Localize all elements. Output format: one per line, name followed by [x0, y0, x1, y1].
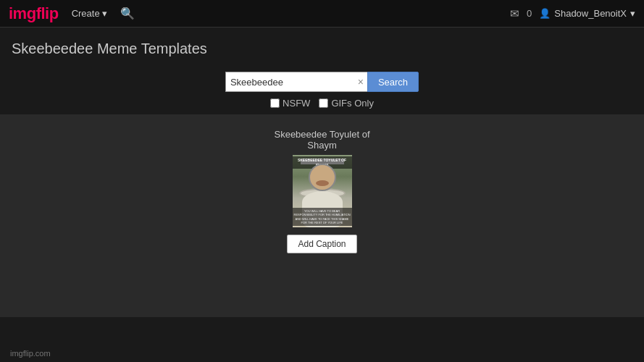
logo-suffix: flip [36, 4, 59, 22]
create-button[interactable]: Create ▾ [66, 5, 113, 22]
search-area: × Search NSFW GIFs Only [0, 64, 644, 114]
logo-prefix: img [9, 4, 36, 22]
nsfw-checkbox[interactable] [270, 98, 280, 108]
filter-row: NSFW GIFs Only [270, 98, 374, 109]
search-button[interactable]: Search [367, 72, 419, 92]
username-label: Shadow_BenoitX [554, 8, 627, 19]
page-title: Skeebeedee Meme Templates [12, 41, 632, 57]
footer: imgflip.com [0, 345, 61, 362]
mail-icon[interactable]: ✉ [510, 7, 519, 20]
meme-image: SKEEBEEDEE TOYULET OF SHAYM YOU WILL HAV… [293, 155, 352, 227]
search-nav-icon[interactable]: 🔍 [120, 7, 135, 20]
results-area: Skeebeedee Toyulet of Shaym SKEEBEEDEE T… [0, 114, 644, 317]
search-input-wrapper: × [225, 72, 367, 92]
gifs-only-label: GIFs Only [331, 98, 374, 109]
gifs-only-filter[interactable]: GIFs Only [319, 98, 374, 109]
create-chevron-icon: ▾ [102, 8, 107, 19]
notification-count: 0 [527, 8, 532, 19]
logo[interactable]: imgflip [9, 4, 59, 23]
user-menu-button[interactable]: 👤 Shadow_BenoitX ▾ [539, 8, 635, 19]
footer-text: imgflip.com [10, 349, 51, 358]
clear-icon[interactable]: × [358, 77, 364, 87]
meme-title: Skeebeedee Toyulet of Shaym [274, 129, 369, 151]
meme-bottom-text: YOU WILL HAVE TO BEAR RESPONSIBILITY FOR… [293, 208, 352, 226]
user-avatar-icon: 👤 [539, 8, 551, 19]
meme-thumbnail[interactable]: SKEEBEEDEE TOYULET OF SHAYM YOU WILL HAV… [293, 155, 352, 227]
user-chevron-icon: ▾ [630, 8, 635, 19]
nsfw-label: NSFW [283, 98, 310, 109]
page-title-bar: Skeebeedee Meme Templates [0, 28, 644, 64]
add-caption-button[interactable]: Add Caption [287, 235, 356, 253]
create-label: Create [72, 8, 100, 19]
nsfw-filter[interactable]: NSFW [270, 98, 310, 109]
meme-card: Skeebeedee Toyulet of Shaym SKEEBEEDEE T… [274, 129, 369, 253]
search-input[interactable] [225, 72, 367, 92]
search-row: × Search [225, 72, 419, 92]
navbar-right: ✉ 0 👤 Shadow_BenoitX ▾ [510, 7, 635, 20]
meme-face-decoration [309, 164, 336, 191]
gifs-only-checkbox[interactable] [319, 98, 328, 108]
navbar: imgflip Create ▾ 🔍 ✉ 0 👤 Shadow_BenoitX … [0, 0, 644, 28]
navbar-left: imgflip Create ▾ 🔍 [9, 4, 135, 23]
